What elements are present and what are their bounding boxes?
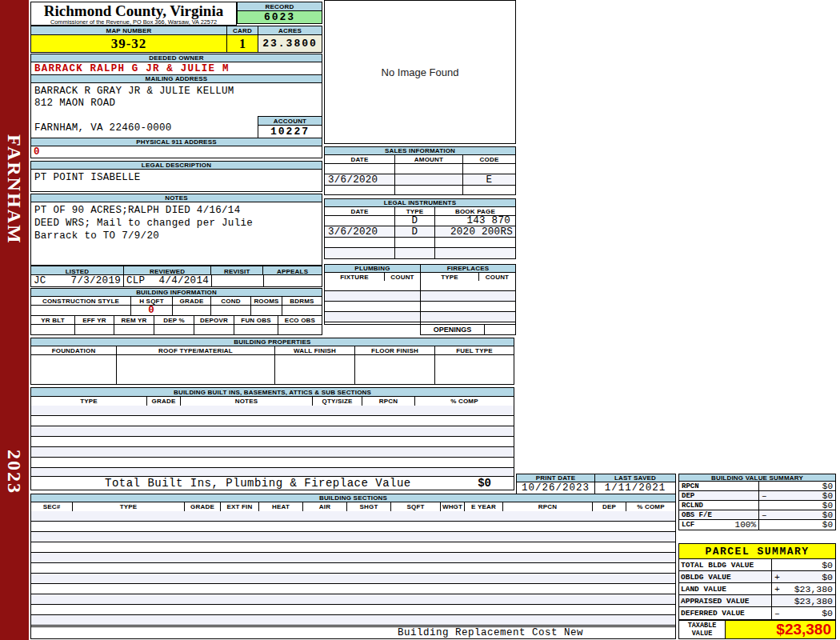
openings-row: OPENINGS [420,324,516,335]
mailing-line-3: FARNHAM, VA 22460-0000 [34,122,172,134]
ps-label: DEFERRED VALUE [681,609,745,618]
column-header: CONSTRUCTION STYLE [31,297,131,305]
legal-description-value: PT POINT ISABELLE [30,169,322,192]
bvs-label: LCF [682,521,694,529]
notes-line-1: PT OF 90 ACRES;RALPH DIED 4/16/14 [34,205,240,216]
ps-label: APPRAISED VALUE [681,597,750,606]
legal-instrument-row: D 143 870 [324,215,516,226]
foundation-value [31,355,117,384]
bvs-value: $0 [822,491,833,501]
property-record-card: FARNHAM 2023 Richmond County, Virginia C… [0,0,840,640]
column-header: BDRMS [282,297,322,305]
county-subtitle: Commissioner of the Revenue, PO Box 366,… [39,18,228,25]
ps-value: $23,380 [794,596,833,606]
column-header: DEP [593,502,626,511]
instrument-date [325,238,395,247]
rem-yr-value [114,325,154,334]
legal-instrument-row [324,237,516,248]
plumbing-fireplaces-divider [420,281,421,324]
bvs-op: – [762,491,767,501]
ps-op: + [774,572,780,582]
revisit-value [212,275,264,286]
column-header: FLOOR FINISH [355,346,435,354]
parcel-summary-row: LAND VALUE + $23,380 [678,582,836,595]
bvs-value: $0 [822,501,833,510]
ps-value: $0 [822,608,833,618]
parcel-summary-row: DEFERRED VALUE – $0 [678,606,836,620]
column-header: BOOK PAGE [435,207,515,215]
instrument-book-page: 2020 200RS [435,226,515,238]
parcel-summary-row: TOTAL BLDG VALUE $0 [678,558,836,571]
ps-op: + [774,584,780,594]
eff-yr-value [75,325,114,334]
mailing-line-2: 812 MAON ROAD [34,98,115,109]
taxable-value-row: TAXABLE VALUE $23,380 [678,620,836,639]
column-header: SQFT [391,502,441,511]
bdrms-value [282,306,322,315]
building-information-row1-values: 0 [30,305,322,316]
column-header: GRADE [185,502,221,511]
listed-date: 7/3/2019 [71,275,121,286]
column-header: E YEAR [465,502,503,511]
column-header: COND [211,297,251,305]
column-header: CODE [463,155,515,163]
bvs-row: LCF 100% $0 [678,519,836,530]
column-header: GRADE [147,397,181,406]
reviewed-by: CLP [126,275,145,286]
county-header: Richmond County, Virginia Commissioner o… [30,2,237,26]
district-sidebar: FARNHAM 2023 [0,0,29,640]
instrument-book-page [435,248,515,258]
column-header: TYPE [395,207,435,215]
instrument-date [325,248,395,258]
instrument-date: 3/6/2020 [325,226,395,237]
sales-row [324,163,516,174]
parcel-summary-row: OBLDG VALUE + $0 [678,570,836,583]
column-header: FUN OBS [234,316,278,324]
ps-value: $0 [822,572,833,582]
column-header: GRADE [173,297,211,305]
sale-code [463,186,515,194]
bvs-value: $0 [822,482,833,491]
notes-block: PT OF 90 ACRES;RALPH DIED 4/16/14 DEED W… [30,202,322,266]
column-header: COUNT [385,273,421,281]
photo-panel: No Image Found [324,0,516,144]
sales-row [324,185,516,195]
legal-instrument-row: 3/6/2020 D 2020 200RS [324,226,516,238]
sale-code [463,164,515,174]
construction-style-value [31,306,131,315]
column-header: SEC# [31,502,73,511]
county-title: Richmond County, Virginia [31,3,236,18]
openings-value [485,325,515,334]
instrument-type [395,238,435,247]
sale-date [325,186,395,194]
map-number-value: 39-32 [30,34,227,53]
column-header: FUEL TYPE [435,346,514,354]
bvs-label: DEP [682,492,694,500]
ps-label: OBLDG VALUE [681,573,731,582]
appeals-value [264,275,322,286]
column-header: ROOF TYPE/MATERIAL [117,346,275,354]
column-header: AMOUNT [395,155,463,163]
taxable-value: $23,380 [776,621,831,638]
instrument-type: D [395,216,435,226]
taxable-value-label: TAXABLE VALUE [679,621,726,638]
building-replacement-cost-label: Building Replacement Cost New [398,627,583,638]
sales-row: 3/6/2020 E [324,174,516,186]
bvs-value: $0 [822,520,833,530]
built-ins-total-row: Total Built Ins, Plumbing & Fireplace Va… [30,476,514,490]
building-value-summary-table: RPCN $0 DEP – $0 RCLND [678,482,836,530]
bvs-op: – [762,510,767,520]
building-sections-empty-rows [30,511,676,627]
column-header: DEPOVR [194,316,234,324]
cond-value [211,306,251,315]
ps-value: $23,380 [794,584,833,594]
column-header: WALL FINISH [275,346,355,354]
instrument-type [395,248,435,258]
sale-amount [395,164,463,174]
depovr-value [194,325,234,334]
column-header: DATE [325,207,395,215]
tax-year: 2023 [3,450,25,494]
column-header: COUNT [479,273,515,281]
notes-line-3: Barrack to TO 7/9/20 [34,230,159,242]
building-information-row2-values [30,324,322,335]
